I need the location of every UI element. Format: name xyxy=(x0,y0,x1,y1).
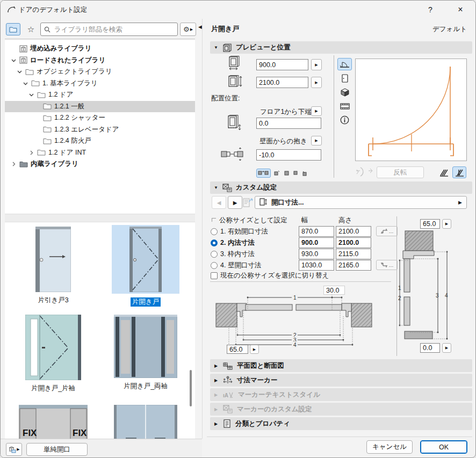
thumbnail-hinged-door-double-sidelight[interactable]: 片開き戸_両袖 xyxy=(100,315,191,391)
tree-item-label: 内蔵ライブラリ xyxy=(31,159,78,169)
radio-unit-size[interactable] xyxy=(211,239,218,246)
tree-item-object-library[interactable]: オブジェクトライブラリ xyxy=(5,66,195,78)
thumbnail-scrollbar[interactable] xyxy=(190,370,192,406)
section-plan-section[interactable]: ▶ 平面図と断面図 xyxy=(210,359,472,372)
tree-item-basic-library[interactable]: 1. 基本ライブラリ xyxy=(5,78,195,90)
tree-item-label: 1.2.1 一般 xyxy=(54,102,84,111)
wall-opening-detail-button[interactable]: … xyxy=(376,260,398,270)
preview-mode-info-button[interactable] xyxy=(337,114,352,126)
folder-icon xyxy=(37,92,46,98)
width-column-header: 幅 xyxy=(301,216,308,225)
wall-opening-height-input[interactable] xyxy=(336,260,371,271)
library-search[interactable] xyxy=(40,23,178,36)
thumbnail-fix-door[interactable]: FIX FIX xyxy=(8,405,98,439)
page-forward-button[interactable]: ▶ xyxy=(228,196,242,209)
simple-opening-button[interactable]: 単純開口 xyxy=(26,443,88,456)
door-preview-viewport[interactable] xyxy=(355,59,467,161)
frame-width-input[interactable] xyxy=(323,286,345,295)
chevron-down-icon xyxy=(11,58,16,63)
radio-frame-inside[interactable] xyxy=(211,251,218,258)
panel-collapse-handle[interactable]: ◀ xyxy=(198,24,202,30)
tree-item-doors-fire[interactable]: 1.2.4 防火戸 xyxy=(5,135,195,147)
section-title: マーカーテキストスタイル xyxy=(238,390,320,399)
reveal-flyout-button[interactable]: ▶ xyxy=(311,136,322,146)
load-other-object-button[interactable]: ▶ xyxy=(6,443,22,456)
title-bar: ドアのデフォルト設定 ? × xyxy=(1,1,475,19)
section-classification-properties[interactable]: ▶ 分類とプロパティ xyxy=(210,417,472,430)
reveal-depth-input[interactable] xyxy=(256,149,321,161)
section-custom-settings[interactable]: ▼ カスタム設定 xyxy=(210,181,472,194)
unit-size-width-input[interactable] xyxy=(299,237,334,248)
anchor-option-3-button[interactable] xyxy=(283,169,291,178)
width-flyout-button[interactable]: ▶ xyxy=(311,59,322,70)
tree-item-embedded-library[interactable]: 埋め込みライブラリ xyxy=(5,43,195,55)
preview-mode-elevation-button[interactable] xyxy=(337,72,352,84)
frame-inside-width-input[interactable] xyxy=(299,249,334,259)
ok-button[interactable]: OK xyxy=(420,440,467,454)
set-as-nominal-label: 公称サイズとして設定 xyxy=(219,216,287,225)
clear-opening-width-input[interactable] xyxy=(299,226,334,237)
tree-item-loaded-libraries[interactable]: ロードされたライブラリ xyxy=(5,55,195,67)
fix-text-left: FIX xyxy=(23,428,37,438)
preview-mode-3d-button[interactable] xyxy=(337,86,352,98)
page-back-button[interactable]: ◀ xyxy=(212,196,226,209)
door-width-input[interactable] xyxy=(256,59,308,70)
close-button[interactable]: × xyxy=(449,1,472,18)
unit-size-height-input[interactable] xyxy=(336,237,371,248)
preview-mode-plan-button[interactable] xyxy=(337,58,352,70)
thumbnail-hinged-door-sidelight[interactable]: 片開き戸_片袖 xyxy=(8,315,98,393)
mirror-left-button[interactable] xyxy=(437,166,451,178)
thumbnail-sliding-door[interactable]: 片引き戸3 xyxy=(8,227,98,305)
threshold-input[interactable] xyxy=(420,343,440,353)
height-flyout-button[interactable]: ▶ xyxy=(311,77,322,88)
anchor-option-center-button[interactable] xyxy=(256,169,271,178)
folder-view-button[interactable] xyxy=(6,23,20,35)
section-title: 分類とプロパティ xyxy=(235,419,290,428)
section-dimension-marker[interactable]: ▶ ae 寸法マーカー xyxy=(210,374,472,387)
section-marker-text-style[interactable]: ▶ ıA マーカーテキストスタイル xyxy=(210,388,472,401)
section-preview-position[interactable]: ▼ プレビューと位置 xyxy=(210,41,472,54)
folder-icon xyxy=(31,80,40,86)
custom-settings-icon xyxy=(222,184,232,192)
cancel-button[interactable]: キャンセル xyxy=(366,440,413,454)
wall-opening-width-input[interactable] xyxy=(299,260,334,271)
preview-mode-section-button[interactable] xyxy=(337,100,352,112)
section-title: 平面図と断面図 xyxy=(237,361,284,370)
switch-nominal-checkbox[interactable] xyxy=(211,272,218,279)
threshold-flyout-button[interactable]: ▶ xyxy=(442,343,451,353)
head-flyout-button[interactable]: ▶ xyxy=(442,219,451,229)
clear-opening-height-input[interactable] xyxy=(336,226,371,237)
door-height-input[interactable] xyxy=(256,77,308,88)
jamb-flyout-button[interactable]: ▶ xyxy=(250,345,259,354)
tree-item-doors-elevator[interactable]: 1.2.3 エレベータドア xyxy=(5,124,195,136)
dim-label-1: 1 xyxy=(293,295,297,301)
tree-item-doors-shutter[interactable]: 1.2.2 シャッター xyxy=(5,112,195,124)
frame-inside-height-input[interactable] xyxy=(336,249,371,259)
head-height-input[interactable] xyxy=(420,219,440,229)
section-marker-custom-settings[interactable]: ▶ マーカーのカスタム設定 xyxy=(210,403,472,416)
sill-flyout-button[interactable]: ▶ xyxy=(311,106,322,116)
sill-height-input[interactable] xyxy=(256,118,321,129)
radio-wall-opening[interactable] xyxy=(211,262,218,269)
parameter-page-combo[interactable]: 開口寸法... ▶ xyxy=(255,196,467,209)
search-settings-button[interactable]: ⚙▶ xyxy=(180,23,196,36)
anchor-option-2-button[interactable] xyxy=(273,169,281,178)
tree-item-builtin-library[interactable]: 内蔵ライブラリ xyxy=(5,158,195,170)
help-button[interactable]: ? xyxy=(419,1,442,18)
anchor-option-5-button[interactable] xyxy=(301,169,309,178)
tree-item-doors[interactable]: 1.2 ドア xyxy=(5,89,195,101)
favorites-button[interactable]: ☆ xyxy=(24,23,38,35)
thumbnail-hinged-door[interactable]: 片開き戸 xyxy=(100,225,191,307)
tree-item-doors-int[interactable]: 1.2 ドア INT xyxy=(5,147,195,159)
clear-opening-detail-button[interactable]: … xyxy=(376,226,398,236)
thumbnail-double-sliding-door[interactable] xyxy=(100,405,191,439)
anchor-option-4-button[interactable] xyxy=(292,169,300,178)
mirror-right-button[interactable] xyxy=(452,166,466,178)
jamb-width-input[interactable] xyxy=(227,345,248,354)
search-input[interactable] xyxy=(53,25,174,34)
library-toolbar: ☆ ⚙▶ xyxy=(5,22,196,37)
flip-button[interactable]: 反転 xyxy=(377,166,424,178)
radio-clear-opening[interactable] xyxy=(211,228,218,235)
vdim-label-2: 2 xyxy=(398,295,401,301)
tree-item-doors-general[interactable]: 1.2.1 一般 xyxy=(5,101,195,113)
